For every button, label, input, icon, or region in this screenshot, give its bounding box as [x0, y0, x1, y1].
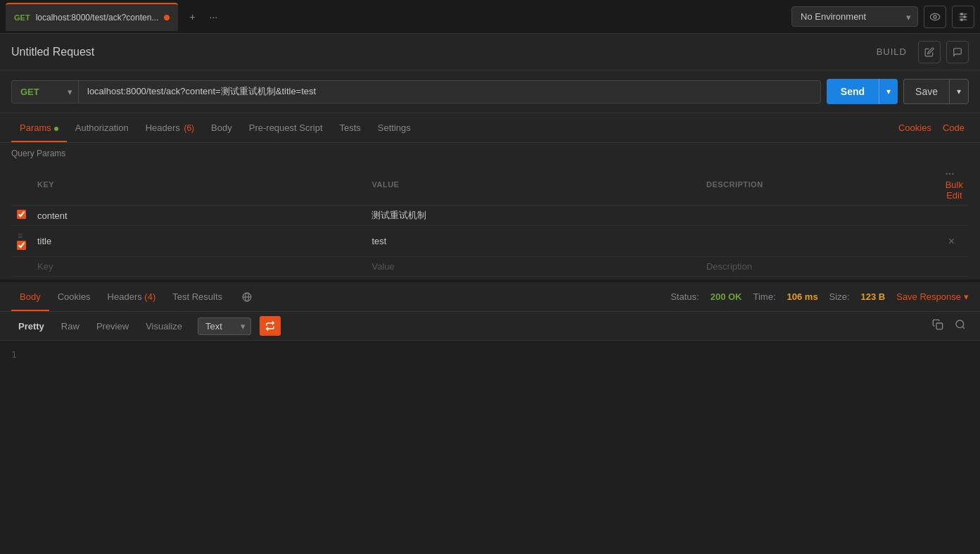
build-button[interactable]: BUILD: [871, 44, 912, 60]
send-button[interactable]: Send: [827, 79, 879, 104]
size-value: 123 B: [861, 291, 886, 302]
save-dropdown-button[interactable]: ▾: [949, 79, 969, 104]
sliders-icon: [957, 11, 969, 23]
tab-method-badge: GET: [14, 13, 30, 22]
cookies-link-button[interactable]: Cookies: [894, 122, 936, 133]
wrap-button[interactable]: [260, 316, 281, 336]
comment-icon-button[interactable]: [946, 41, 969, 63]
row1-key-cell: [32, 206, 366, 226]
add-tab-button[interactable]: +: [184, 8, 201, 25]
tab-body[interactable]: Body: [203, 113, 241, 142]
response-tab-headers[interactable]: Headers (4): [99, 282, 165, 311]
row2-key-cell: [32, 226, 366, 257]
wrap-icon: [265, 321, 275, 331]
placeholder-checkbox-cell: [11, 257, 32, 277]
headers-response-badge: (4): [144, 291, 155, 302]
placeholder-value-input[interactable]: [371, 261, 694, 272]
params-table: KEY VALUE DESCRIPTION ··· Bulk Edit: [11, 164, 969, 277]
search-button[interactable]: [952, 316, 969, 336]
body-type-select[interactable]: Text JSON HTML XML: [198, 317, 251, 335]
save-response-button[interactable]: Save Response ▾: [896, 291, 969, 302]
row1-value-input[interactable]: [371, 210, 694, 221]
bulk-edit-button[interactable]: Bulk Edit: [946, 180, 963, 201]
row2-value-input[interactable]: [371, 236, 694, 246]
row1-checkbox-cell: [11, 206, 32, 226]
body-type-select-wrapper: Text JSON HTML XML: [198, 317, 251, 335]
request-tabs: Params Authorization Headers (6) Body Pr…: [0, 113, 980, 143]
edit-icon-button[interactable]: [918, 41, 941, 63]
status-value: 200 OK: [711, 291, 742, 302]
row1-key-input[interactable]: [37, 210, 360, 221]
tab-params[interactable]: Params: [11, 113, 67, 142]
th-key: KEY: [32, 164, 366, 206]
copy-icon: [932, 319, 943, 330]
response-tab-body[interactable]: Body: [11, 282, 49, 311]
placeholder-key-cell: [32, 257, 366, 277]
environment-select[interactable]: No Environment: [791, 6, 918, 27]
query-params-label: Query Params: [11, 149, 969, 158]
row2-actions-cell: ×: [940, 226, 969, 257]
settings-icon-button[interactable]: [952, 6, 974, 28]
method-select-wrapper: GET POST PUT DELETE PATCH: [11, 80, 78, 103]
http-method-select[interactable]: GET POST PUT DELETE PATCH: [11, 80, 78, 103]
placeholder-key-input[interactable]: [37, 261, 360, 272]
line-number-1: 1: [11, 349, 17, 360]
params-section: Query Params KEY VALUE DESCRIPTION ··· B…: [0, 143, 980, 279]
tab-unsaved-dot: [164, 15, 170, 20]
save-button[interactable]: Save: [903, 79, 949, 104]
tab-tests[interactable]: Tests: [331, 113, 369, 142]
svg-line-13: [962, 327, 965, 329]
row2-delete-button[interactable]: ×: [946, 235, 957, 248]
tab-authorization[interactable]: Authorization: [67, 113, 137, 142]
row1-checkbox[interactable]: [17, 210, 26, 219]
tab-settings[interactable]: Settings: [369, 113, 419, 142]
params-dot: [54, 127, 58, 131]
more-tabs-button[interactable]: ···: [204, 8, 224, 25]
save-button-group: Save ▾: [903, 79, 969, 104]
placeholder-value-cell: [366, 257, 700, 277]
row1-desc-input[interactable]: [706, 210, 934, 221]
time-value: 106 ms: [787, 291, 818, 302]
format-visualize-button[interactable]: Visualize: [139, 318, 189, 334]
send-button-group: Send ▾: [827, 79, 898, 104]
copy-button[interactable]: [929, 316, 946, 336]
environment-selector-wrapper: No Environment: [791, 6, 918, 27]
save-response-dropdown-icon: ▾: [964, 291, 969, 302]
row2-desc-input[interactable]: [706, 236, 934, 246]
charset-icon-button[interactable]: [236, 289, 257, 305]
row2-key-input[interactable]: [37, 236, 360, 246]
format-pretty-button[interactable]: Pretty: [11, 318, 51, 334]
response-body-tabs: Pretty Raw Preview Visualize Text JSON H…: [0, 312, 980, 341]
code-link-button[interactable]: Code: [938, 122, 969, 133]
format-preview-button[interactable]: Preview: [89, 318, 136, 334]
more-icon: ···: [946, 168, 955, 180]
eye-icon-button[interactable]: [924, 6, 946, 28]
row1-actions-cell: [940, 206, 969, 226]
url-input[interactable]: [78, 80, 821, 103]
th-checkbox: [11, 164, 32, 206]
row1-value-cell: [366, 206, 700, 226]
tab-pre-request[interactable]: Pre-request Script: [241, 113, 331, 142]
response-status-group: Status: 200 OK Time: 106 ms Size: 123 B …: [670, 291, 969, 302]
th-description: DESCRIPTION: [701, 164, 940, 206]
svg-point-1: [934, 15, 936, 18]
tab-headers[interactable]: Headers (6): [137, 113, 203, 142]
format-raw-button[interactable]: Raw: [54, 318, 87, 334]
top-right-controls: No Environment: [791, 6, 974, 28]
svg-point-0: [930, 13, 939, 20]
row2-value-cell: [366, 226, 700, 257]
request-title: Untitled Request: [11, 46, 94, 58]
drag-handle-icon: ≡: [18, 231, 23, 241]
svg-point-5: [961, 13, 963, 15]
request-tab[interactable]: GET localhost:8000/test/ack?conten...: [6, 3, 178, 31]
row1-desc-cell: [701, 206, 940, 226]
row2-checkbox[interactable]: [17, 241, 26, 250]
tab-right-links: Cookies Code: [894, 122, 969, 133]
response-tab-test-results[interactable]: Test Results: [164, 282, 231, 311]
send-dropdown-button[interactable]: ▾: [879, 79, 898, 104]
response-code-area: 1: [0, 341, 980, 368]
placeholder-desc-input[interactable]: [706, 261, 934, 272]
placeholder-desc-cell: [701, 257, 940, 277]
response-tab-cookies[interactable]: Cookies: [49, 282, 99, 311]
placeholder-actions-cell: [940, 257, 969, 277]
